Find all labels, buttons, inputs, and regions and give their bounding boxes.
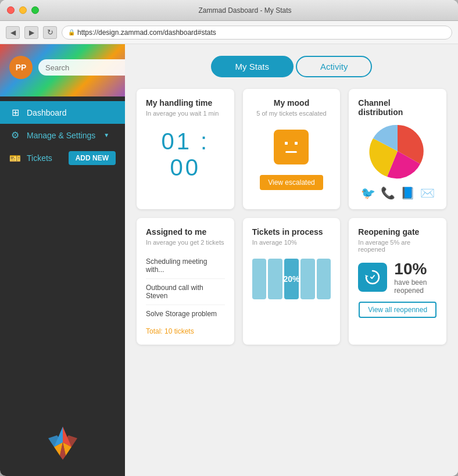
tab-my-stats[interactable]: My Stats [211,56,294,77]
svg-rect-9 [295,142,298,145]
app-window: Zammad Dasboard - My Stats ◀ ▶ ↻ 🔒 https… [0,0,458,476]
forward-button[interactable]: ▶ [24,26,38,39]
sidebar-nav: ⊞ Dashboard ⚙ Manage & Settings ▼ 🎫 Tick… [0,96,125,174]
title-bar: Zammad Dasboard - My Stats [0,0,458,21]
list-item[interactable]: Solve Storage problem [146,305,225,323]
mood-title: My mood [274,98,309,108]
dashboard-icon: ⊞ [9,107,21,118]
window-controls [7,6,39,14]
tickets-in-process-card: Tickets in process In average 10% 20% [243,218,341,345]
svg-marker-11 [365,275,368,277]
channel-title: Channel distribution [358,98,437,117]
handling-time-subtitle: In average you wait 1 min [146,110,225,117]
tickets-icon: 🎫 [9,153,21,164]
handling-time-title: My handling time [146,98,225,108]
progress-segment [268,259,282,299]
add-new-button[interactable]: ADD NEW [69,151,116,165]
refresh-button[interactable]: ↻ [43,26,57,39]
search-input[interactable] [38,59,125,76]
sidebar-item-dashboard[interactable]: ⊞ Dashboard [0,101,125,124]
ticket-list: Scheduling meeting with... Outbound call… [146,253,225,323]
sidebar-header: PP [0,44,125,96]
sidebar-item-manage[interactable]: ⚙ Manage & Settings ▼ [0,124,125,146]
main-content: My Stats Activity My handling time In av… [125,44,458,476]
progress-segment [317,259,331,299]
chevron-down-icon: ▼ [103,132,109,138]
progress-segment-active: 20% [284,259,299,299]
browser-bar: ◀ ▶ ↻ 🔒 https://design.zammad.com/dashbo… [0,21,458,44]
maximize-button[interactable] [31,6,39,14]
handling-time-value: 01 : 00 [146,128,225,181]
tabs-container: My Stats Activity [137,56,446,77]
process-subtitle: In average 10% [252,239,331,246]
back-button[interactable]: ◀ [6,26,20,39]
sidebar-footer [0,406,125,476]
manage-icon: ⚙ [9,130,21,141]
email-icon: ✉️ [420,186,435,200]
assigned-title: Assigned to me [146,227,225,237]
reopen-percentage: 10% [394,260,427,278]
mood-card: My mood 5 of my tickets escalated View e… [243,89,341,209]
app-body: PP ⊞ Dashboard ⚙ Manage & Settings ▼ 🎫 T… [0,44,458,476]
assigned-subtitle: In average you get 2 tickets [146,239,225,246]
svg-rect-10 [285,151,297,153]
cards-grid: My handling time In average you wait 1 m… [137,89,446,345]
tab-activity[interactable]: Activity [296,56,373,77]
view-escalated-button[interactable]: View escalated [260,175,323,190]
reopen-title: Reopening gate [358,227,437,237]
sidebar-item-manage-label: Manage & Settings [27,131,95,140]
reopen-info: 10% have beenreopened [394,260,427,295]
url-bar[interactable]: 🔒 https://design.zammad.com/dashboard#st… [62,26,452,40]
process-title: Tickets in process [252,227,331,237]
channel-chart [363,122,432,180]
reopen-subtitle: In average 5% are reopened [358,239,437,253]
sidebar: PP ⊞ Dashboard ⚙ Manage & Settings ▼ 🎫 T… [0,44,125,476]
url-text: https://design.zammad.com/dashboard#stat… [77,28,216,37]
sidebar-item-tickets[interactable]: 🎫 Tickets ADD NEW [0,146,125,170]
avatar[interactable]: PP [9,56,33,79]
twitter-icon: 🐦 [361,186,375,200]
progress-bar: 20% [252,259,331,299]
sidebar-item-dashboard-label: Dashboard [27,108,67,117]
facebook-icon: 📘 [400,186,415,200]
reopen-stat: 10% have beenreopened [358,260,437,295]
channel-icons: 🐦 📞 📘 ✉️ [358,186,437,200]
progress-segment [252,259,267,299]
window-title: Zammad Dasboard - My Stats [39,6,451,15]
view-reopened-button[interactable]: View all reopenned [359,302,436,318]
reopen-text: have beenreopened [394,278,427,295]
mood-subtitle: 5 of my tickets escalated [256,110,326,117]
svg-rect-8 [285,142,288,145]
list-item[interactable]: Scheduling meeting with... [146,253,225,279]
ticket-total: Total: 10 tickets [146,327,225,335]
reopening-gate-card: Reopening gate In average 5% are reopene… [349,218,446,345]
phone-icon: 📞 [381,186,395,200]
channel-distribution-card: Channel distribution [349,89,446,209]
progress-segment [300,259,315,299]
sidebar-item-tickets-label: Tickets [27,153,52,163]
list-item[interactable]: Outbound call with Steven [146,279,225,305]
minimize-button[interactable] [19,6,27,14]
bird-logo [40,418,86,464]
lock-icon: 🔒 [68,29,75,35]
svg-rect-7 [278,134,305,160]
handling-time-card: My handling time In average you wait 1 m… [137,89,234,209]
close-button[interactable] [7,6,15,14]
assigned-to-me-card: Assigned to me In average you get 2 tick… [137,218,234,345]
progress-label: 20% [283,274,299,284]
reopen-icon [358,263,387,292]
mood-face-icon [274,130,309,164]
